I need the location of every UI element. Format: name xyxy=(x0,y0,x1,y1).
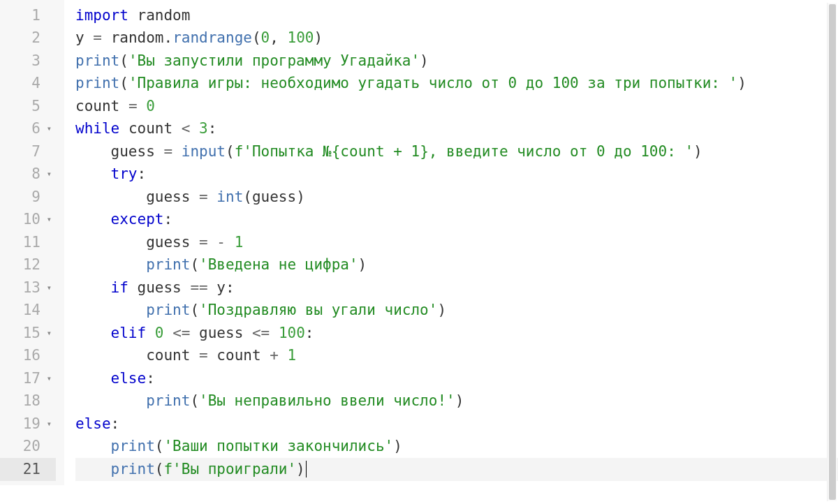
fold-toggle-icon[interactable]: ▾ xyxy=(45,122,52,135)
code-line[interactable]: print(f'Вы проиграли') xyxy=(75,458,838,481)
code-line[interactable]: print('Вы неправильно ввели число!') xyxy=(75,390,838,413)
code-line[interactable]: print('Поздравляю вы угали число') xyxy=(75,299,838,323)
whitespace xyxy=(190,344,199,367)
code-line[interactable]: else: xyxy=(75,367,838,390)
whitespace xyxy=(84,27,94,50)
token-kw: else xyxy=(75,413,111,436)
line-number: 15▾ xyxy=(0,322,56,345)
line-number: 4 xyxy=(0,73,56,96)
token-punc: ) xyxy=(693,140,703,163)
token-op: = xyxy=(199,344,208,367)
line-number-text: 12 xyxy=(23,253,41,276)
line-number-text: 15 xyxy=(23,322,41,345)
token-num: 0 xyxy=(261,27,270,50)
code-area[interactable]: import randomy = random.randrange(0, 100… xyxy=(64,0,838,485)
fold-toggle-icon[interactable]: ▾ xyxy=(45,281,52,295)
line-number: 14 xyxy=(0,299,56,323)
code-line[interactable]: import random xyxy=(75,4,838,27)
fold-toggle-icon[interactable]: ▾ xyxy=(45,417,52,431)
code-line[interactable]: elif 0 <= guess <= 100: xyxy=(75,322,838,345)
token-kw: while xyxy=(75,117,119,140)
token-num: 0 xyxy=(155,322,164,345)
code-line[interactable]: guess = input(f'Попытка №{count + 1}, вв… xyxy=(75,140,838,163)
token-kw: import xyxy=(75,4,128,27)
code-line[interactable]: guess = - 1 xyxy=(75,231,838,254)
line-number: 18 xyxy=(0,390,56,413)
whitespace xyxy=(75,367,111,390)
line-number: 11 xyxy=(0,231,56,254)
whitespace xyxy=(75,253,146,276)
line-number: 6▾ xyxy=(0,118,56,141)
code-line[interactable]: print('Правила игры: необходимо угадать … xyxy=(75,73,838,96)
whitespace xyxy=(75,299,146,322)
whitespace xyxy=(190,186,199,209)
code-line[interactable]: print('Введена не цифра') xyxy=(75,254,838,277)
token-str: 'Вы неправильно ввели число!' xyxy=(199,390,455,413)
token-kw: try xyxy=(111,163,138,186)
token-punc: : xyxy=(208,117,217,140)
whitespace xyxy=(270,322,279,345)
line-number-text: 11 xyxy=(23,231,41,254)
token-punc: : xyxy=(226,276,235,299)
whitespace xyxy=(208,186,217,209)
token-num: 1 xyxy=(288,344,297,367)
fold-toggle-icon[interactable]: ▾ xyxy=(45,168,52,181)
whitespace xyxy=(75,322,111,345)
token-punc: ) xyxy=(737,72,747,95)
token-punc: ) xyxy=(420,50,429,73)
fold-toggle-icon[interactable]: ▾ xyxy=(45,372,52,385)
token-punc: ( xyxy=(119,50,128,73)
token-str: 'Поздравляю вы угали число' xyxy=(199,299,437,322)
token-id: random xyxy=(138,4,191,27)
token-fn: print xyxy=(75,50,119,73)
token-punc: : xyxy=(138,163,147,186)
line-number-text: 8 xyxy=(31,163,41,186)
line-number-text: 9 xyxy=(31,186,41,209)
code-line[interactable]: except: xyxy=(75,209,838,232)
line-number-text: 16 xyxy=(23,344,41,367)
fold-toggle-icon[interactable]: ▾ xyxy=(45,213,52,226)
code-line[interactable]: while count < 3: xyxy=(75,118,838,141)
whitespace xyxy=(226,231,235,254)
token-str: f'Вы проиграли' xyxy=(163,458,296,481)
code-editor[interactable]: 123456▾78▾910▾111213▾1415▾1617▾1819▾2021… xyxy=(0,0,838,485)
token-kw: if xyxy=(111,276,128,299)
code-line[interactable]: guess = int(guess) xyxy=(75,186,838,209)
token-punc: ( xyxy=(190,253,199,276)
code-line[interactable]: count = 0 xyxy=(75,95,838,118)
whitespace xyxy=(208,231,217,254)
vertical-scrollbar[interactable] xyxy=(827,3,837,485)
line-number: 7 xyxy=(0,140,56,163)
token-fn: print xyxy=(146,299,190,322)
whitespace xyxy=(261,344,270,367)
code-line[interactable]: print('Вы запустили программу Угадайка') xyxy=(75,50,838,73)
line-number: 17▾ xyxy=(0,367,56,390)
code-line[interactable]: y = random.randrange(0, 100) xyxy=(75,27,838,50)
token-fn: print xyxy=(111,435,155,458)
code-line[interactable]: count = count + 1 xyxy=(75,345,838,368)
token-str: f'Попытка №{count + 1}, введите число от… xyxy=(235,140,693,163)
token-id: random xyxy=(111,27,164,50)
code-line[interactable]: if guess == y: xyxy=(75,276,838,299)
scrollbar-thumb[interactable] xyxy=(829,4,836,485)
token-num: 1 xyxy=(235,231,244,254)
line-number: 10▾ xyxy=(0,209,56,232)
line-number: 9 xyxy=(0,186,56,209)
whitespace xyxy=(155,140,164,163)
whitespace xyxy=(75,231,146,254)
fold-toggle-icon[interactable]: ▾ xyxy=(45,327,52,340)
token-op: = xyxy=(163,140,172,163)
code-line[interactable]: print('Ваши попытки закончились') xyxy=(75,436,838,459)
line-number-text: 1 xyxy=(31,4,41,27)
line-number-text: 14 xyxy=(23,299,41,322)
whitespace xyxy=(279,27,288,50)
code-line[interactable]: else: xyxy=(75,413,838,436)
whitespace xyxy=(75,163,111,186)
line-number-text: 7 xyxy=(31,140,41,163)
token-id: count xyxy=(146,344,190,367)
whitespace xyxy=(163,322,172,345)
token-id: count xyxy=(75,95,119,118)
token-punc: : xyxy=(305,322,314,345)
code-line[interactable]: try: xyxy=(75,163,838,186)
token-kw: elif xyxy=(111,322,147,345)
